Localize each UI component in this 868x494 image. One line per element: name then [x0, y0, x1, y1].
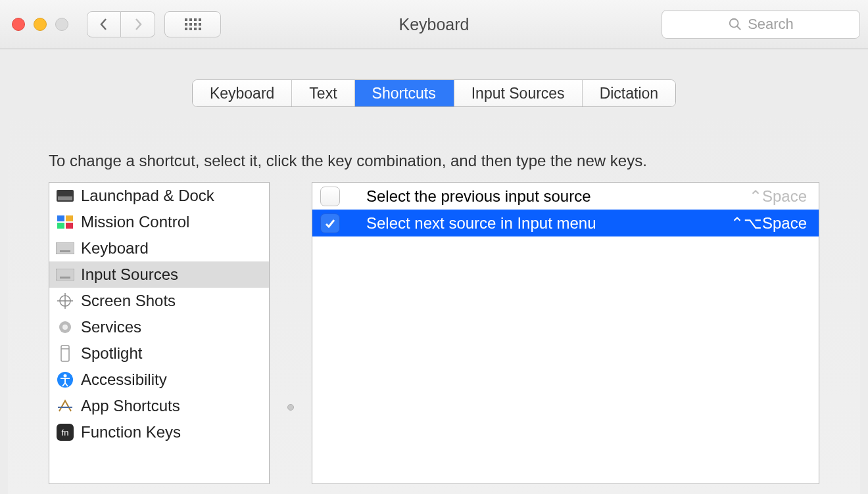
keyboard-icon [56, 239, 74, 258]
category-app-shortcuts[interactable]: App Shortcuts [49, 393, 269, 419]
gear-icon [56, 318, 74, 336]
shortcut-label: Select the previous input source [366, 187, 749, 206]
shortcut-key[interactable]: ⌃⌥Space [731, 214, 807, 233]
category-services[interactable]: Services [49, 314, 269, 340]
category-function-keys[interactable]: fn Function Keys [49, 419, 269, 445]
shortcuts-panel: To change a shortcut, select it, click t… [8, 115, 860, 494]
shortcut-list[interactable]: Select the previous input source ⌃Space … [312, 182, 819, 484]
divider-grip-icon [287, 404, 294, 411]
tab-shortcuts[interactable]: Shortcuts [355, 80, 454, 106]
shortcut-label: Select next source in Input menu [366, 214, 731, 233]
svg-point-0 [730, 19, 738, 28]
svg-text:fn: fn [62, 428, 69, 438]
category-accessibility[interactable]: Accessibility [49, 367, 269, 393]
shortcut-row-next-input-source[interactable]: Select next source in Input menu ⌃⌥Space [312, 210, 819, 236]
mission-control-icon [56, 213, 74, 231]
category-label: Mission Control [81, 213, 189, 231]
svg-rect-9 [60, 250, 70, 252]
svg-rect-8 [56, 242, 74, 254]
category-label: Launchpad & Dock [81, 187, 214, 205]
spotlight-icon [56, 344, 74, 363]
shortcut-checkbox[interactable] [320, 213, 340, 233]
shortcut-row-prev-input-source[interactable]: Select the previous input source ⌃Space [312, 183, 819, 210]
forward-button [121, 11, 155, 37]
shortcut-key[interactable]: ⌃Space [749, 187, 807, 206]
svg-point-20 [64, 374, 67, 378]
category-mission-control[interactable]: Mission Control [49, 209, 269, 235]
launchpad-icon [56, 187, 74, 205]
tab-dictation[interactable]: Dictation [583, 80, 675, 106]
accessibility-icon [56, 370, 74, 389]
category-label: Function Keys [81, 423, 181, 441]
shortcut-checkbox[interactable] [320, 187, 340, 206]
svg-rect-4 [57, 215, 64, 221]
svg-rect-6 [57, 223, 64, 229]
category-label: Input Sources [81, 265, 178, 284]
titlebar: Keyboard Search [0, 0, 868, 49]
category-label: App Shortcuts [81, 397, 180, 415]
fn-icon: fn [56, 423, 74, 441]
category-keyboard[interactable]: Keyboard [49, 235, 269, 261]
grid-icon [185, 18, 201, 30]
category-label: Keyboard [81, 239, 149, 258]
svg-rect-3 [58, 196, 72, 200]
category-list[interactable]: Launchpad & Dock Mission Control [49, 182, 270, 484]
category-label: Screen Shots [81, 292, 176, 310]
search-icon [728, 17, 742, 32]
show-all-button[interactable] [164, 11, 221, 37]
crosshair-icon [56, 292, 74, 310]
window-title: Keyboard [398, 15, 469, 34]
category-screen-shots[interactable]: Screen Shots [49, 288, 269, 314]
content: Keyboard Text Shortcuts Input Sources Di… [0, 79, 868, 494]
svg-rect-17 [61, 346, 69, 361]
window-controls [12, 18, 68, 31]
tab-keyboard[interactable]: Keyboard [193, 80, 292, 106]
tab-input-sources[interactable]: Input Sources [454, 80, 583, 106]
tab-text[interactable]: Text [292, 80, 354, 106]
minimize-window-button[interactable] [34, 18, 47, 31]
zoom-window-button [55, 18, 68, 31]
svg-rect-11 [60, 277, 70, 279]
close-window-button[interactable] [12, 18, 25, 31]
category-spotlight[interactable]: Spotlight [49, 340, 269, 367]
category-input-sources[interactable]: Input Sources [49, 261, 269, 288]
svg-rect-10 [56, 269, 74, 281]
tabs: Keyboard Text Shortcuts Input Sources Di… [192, 79, 676, 107]
keyboard-icon [56, 265, 74, 284]
nav-back-forward [87, 11, 155, 37]
category-label: Accessibility [81, 370, 167, 389]
tabs-wrap: Keyboard Text Shortcuts Input Sources Di… [0, 79, 868, 107]
category-label: Spotlight [81, 344, 142, 363]
back-button[interactable] [87, 11, 121, 37]
split-view: Launchpad & Dock Mission Control [49, 182, 819, 484]
search-placeholder: Search [748, 16, 794, 33]
svg-rect-5 [66, 215, 73, 221]
category-label: Services [81, 318, 141, 336]
instruction-text: To change a shortcut, select it, click t… [49, 152, 819, 170]
app-shortcuts-icon [56, 397, 74, 415]
category-launchpad[interactable]: Launchpad & Dock [49, 183, 269, 209]
svg-rect-7 [66, 223, 73, 229]
svg-line-1 [737, 26, 741, 30]
split-divider[interactable] [287, 182, 295, 484]
search-field[interactable]: Search [662, 10, 860, 39]
svg-point-16 [62, 325, 68, 330]
